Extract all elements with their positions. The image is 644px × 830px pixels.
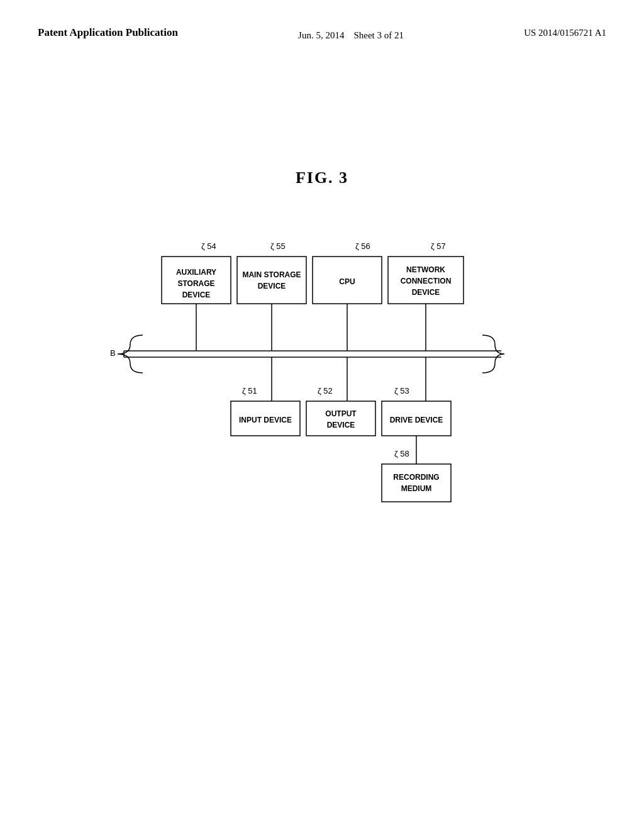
bus-bracket [118,335,143,373]
box-57-text-1: NETWORK [406,265,445,274]
box-52-text-2: DEVICE [327,421,355,429]
ref-53: ζ 53 [394,386,409,396]
box-54-text-3: DEVICE [182,290,211,299]
ref-55: ζ 55 [270,241,286,251]
box-57-text-3: DEVICE [412,288,440,297]
box-55 [237,257,306,304]
bus-right-bracket [482,335,504,373]
box-57-text-2: CONNECTION [401,277,452,285]
page: Patent Application Publication Jun. 5, 2… [0,0,644,830]
ref-54: ζ 54 [201,241,216,251]
ref-58: ζ 58 [394,449,409,458]
box-58 [382,464,451,502]
ref-56: ζ 56 [355,241,370,251]
box-58-text-2: MEDIUM [401,484,432,493]
box-55-text-1: MAIN STORAGE [242,270,301,279]
header-date: Jun. 5, 2014 [298,30,344,40]
ref-57: ζ 57 [431,241,446,251]
header-patent-number: US 2014/0156721 A1 [524,25,606,38]
figure-title: FIG. 3 [38,169,606,187]
box-58-text-1: RECORDING [393,473,439,482]
box-54-text-2: STORAGE [177,279,214,288]
box-55-text-2: DEVICE [258,282,286,290]
box-51-text: INPUT DEVICE [239,416,292,424]
header-date-sheet: Jun. 5, 2014 Sheet 3 of 21 [298,25,404,43]
header: Patent Application Publication Jun. 5, 2… [38,25,606,43]
bus-label-b: B [110,348,116,358]
box-54-text-1: AUXILIARY [176,268,216,277]
header-publication-label: Patent Application Publication [38,25,178,40]
box-53-text: DRIVE DEVICE [390,416,443,424]
ref-51: ζ 51 [242,386,257,396]
box-56-text: CPU [339,277,355,286]
header-sheet: Sheet 3 of 21 [353,30,404,40]
ref-52: ζ 52 [318,386,333,396]
box-52 [306,401,375,436]
diagram-svg: ζ 54 ζ 55 ζ 56 ζ 57 AUXILIARY STORAGE DE… [86,225,558,527]
box-52-text-1: OUTPUT [325,409,357,418]
